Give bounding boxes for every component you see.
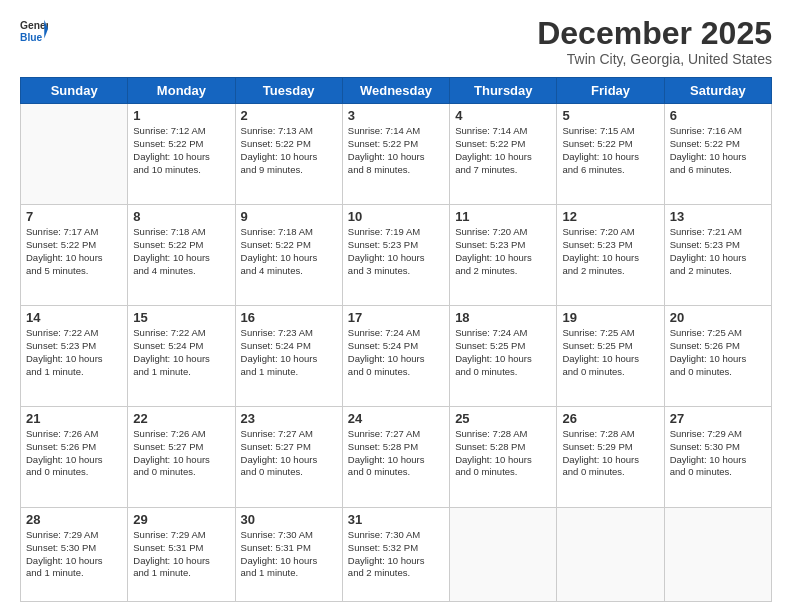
table-row: 1Sunrise: 7:12 AMSunset: 5:22 PMDaylight… [128, 104, 235, 205]
day-info: Sunrise: 7:18 AMSunset: 5:22 PMDaylight:… [241, 226, 337, 277]
day-number: 30 [241, 512, 337, 527]
day-number: 9 [241, 209, 337, 224]
table-row: 3Sunrise: 7:14 AMSunset: 5:22 PMDaylight… [342, 104, 449, 205]
day-info: Sunrise: 7:19 AMSunset: 5:23 PMDaylight:… [348, 226, 444, 277]
table-row: 9Sunrise: 7:18 AMSunset: 5:22 PMDaylight… [235, 205, 342, 306]
day-info: Sunrise: 7:27 AMSunset: 5:28 PMDaylight:… [348, 428, 444, 479]
calendar-table: Sunday Monday Tuesday Wednesday Thursday… [20, 77, 772, 602]
col-wednesday: Wednesday [342, 78, 449, 104]
table-row [557, 507, 664, 601]
day-info: Sunrise: 7:29 AMSunset: 5:30 PMDaylight:… [26, 529, 122, 580]
col-thursday: Thursday [450, 78, 557, 104]
header: General Blue December 2025 Twin City, Ge… [20, 16, 772, 67]
day-info: Sunrise: 7:26 AMSunset: 5:26 PMDaylight:… [26, 428, 122, 479]
day-number: 2 [241, 108, 337, 123]
day-number: 12 [562, 209, 658, 224]
table-row [21, 104, 128, 205]
table-row: 26Sunrise: 7:28 AMSunset: 5:29 PMDayligh… [557, 407, 664, 508]
day-info: Sunrise: 7:23 AMSunset: 5:24 PMDaylight:… [241, 327, 337, 378]
table-row: 17Sunrise: 7:24 AMSunset: 5:24 PMDayligh… [342, 306, 449, 407]
day-number: 4 [455, 108, 551, 123]
table-row: 30Sunrise: 7:30 AMSunset: 5:31 PMDayligh… [235, 507, 342, 601]
day-number: 6 [670, 108, 766, 123]
col-sunday: Sunday [21, 78, 128, 104]
day-number: 15 [133, 310, 229, 325]
day-number: 26 [562, 411, 658, 426]
day-info: Sunrise: 7:12 AMSunset: 5:22 PMDaylight:… [133, 125, 229, 176]
day-info: Sunrise: 7:27 AMSunset: 5:27 PMDaylight:… [241, 428, 337, 479]
day-number: 21 [26, 411, 122, 426]
day-number: 5 [562, 108, 658, 123]
table-row: 29Sunrise: 7:29 AMSunset: 5:31 PMDayligh… [128, 507, 235, 601]
location: Twin City, Georgia, United States [537, 51, 772, 67]
logo-icon: General Blue [20, 16, 48, 44]
day-info: Sunrise: 7:17 AMSunset: 5:22 PMDaylight:… [26, 226, 122, 277]
table-row: 6Sunrise: 7:16 AMSunset: 5:22 PMDaylight… [664, 104, 771, 205]
table-row: 15Sunrise: 7:22 AMSunset: 5:24 PMDayligh… [128, 306, 235, 407]
day-info: Sunrise: 7:25 AMSunset: 5:26 PMDaylight:… [670, 327, 766, 378]
table-row: 27Sunrise: 7:29 AMSunset: 5:30 PMDayligh… [664, 407, 771, 508]
table-row: 20Sunrise: 7:25 AMSunset: 5:26 PMDayligh… [664, 306, 771, 407]
day-number: 8 [133, 209, 229, 224]
day-number: 1 [133, 108, 229, 123]
table-row: 24Sunrise: 7:27 AMSunset: 5:28 PMDayligh… [342, 407, 449, 508]
table-row: 19Sunrise: 7:25 AMSunset: 5:25 PMDayligh… [557, 306, 664, 407]
svg-text:Blue: Blue [20, 32, 43, 43]
table-row: 16Sunrise: 7:23 AMSunset: 5:24 PMDayligh… [235, 306, 342, 407]
logo: General Blue [20, 16, 48, 44]
title-block: December 2025 Twin City, Georgia, United… [537, 16, 772, 67]
day-number: 13 [670, 209, 766, 224]
calendar-header-row: Sunday Monday Tuesday Wednesday Thursday… [21, 78, 772, 104]
table-row: 21Sunrise: 7:26 AMSunset: 5:26 PMDayligh… [21, 407, 128, 508]
table-row [664, 507, 771, 601]
day-number: 11 [455, 209, 551, 224]
day-number: 29 [133, 512, 229, 527]
table-row: 25Sunrise: 7:28 AMSunset: 5:28 PMDayligh… [450, 407, 557, 508]
day-number: 14 [26, 310, 122, 325]
day-number: 10 [348, 209, 444, 224]
day-number: 25 [455, 411, 551, 426]
col-saturday: Saturday [664, 78, 771, 104]
day-number: 31 [348, 512, 444, 527]
day-number: 27 [670, 411, 766, 426]
day-info: Sunrise: 7:18 AMSunset: 5:22 PMDaylight:… [133, 226, 229, 277]
table-row: 28Sunrise: 7:29 AMSunset: 5:30 PMDayligh… [21, 507, 128, 601]
day-info: Sunrise: 7:29 AMSunset: 5:31 PMDaylight:… [133, 529, 229, 580]
col-monday: Monday [128, 78, 235, 104]
day-number: 18 [455, 310, 551, 325]
day-number: 19 [562, 310, 658, 325]
day-info: Sunrise: 7:16 AMSunset: 5:22 PMDaylight:… [670, 125, 766, 176]
day-info: Sunrise: 7:13 AMSunset: 5:22 PMDaylight:… [241, 125, 337, 176]
day-info: Sunrise: 7:28 AMSunset: 5:28 PMDaylight:… [455, 428, 551, 479]
day-number: 24 [348, 411, 444, 426]
table-row: 10Sunrise: 7:19 AMSunset: 5:23 PMDayligh… [342, 205, 449, 306]
day-info: Sunrise: 7:25 AMSunset: 5:25 PMDaylight:… [562, 327, 658, 378]
day-info: Sunrise: 7:30 AMSunset: 5:32 PMDaylight:… [348, 529, 444, 580]
month-title: December 2025 [537, 16, 772, 51]
day-number: 16 [241, 310, 337, 325]
day-number: 20 [670, 310, 766, 325]
table-row: 11Sunrise: 7:20 AMSunset: 5:23 PMDayligh… [450, 205, 557, 306]
day-info: Sunrise: 7:22 AMSunset: 5:23 PMDaylight:… [26, 327, 122, 378]
day-number: 23 [241, 411, 337, 426]
table-row: 22Sunrise: 7:26 AMSunset: 5:27 PMDayligh… [128, 407, 235, 508]
day-number: 17 [348, 310, 444, 325]
day-info: Sunrise: 7:21 AMSunset: 5:23 PMDaylight:… [670, 226, 766, 277]
day-number: 22 [133, 411, 229, 426]
table-row: 31Sunrise: 7:30 AMSunset: 5:32 PMDayligh… [342, 507, 449, 601]
table-row: 18Sunrise: 7:24 AMSunset: 5:25 PMDayligh… [450, 306, 557, 407]
day-info: Sunrise: 7:24 AMSunset: 5:25 PMDaylight:… [455, 327, 551, 378]
day-info: Sunrise: 7:24 AMSunset: 5:24 PMDaylight:… [348, 327, 444, 378]
table-row: 8Sunrise: 7:18 AMSunset: 5:22 PMDaylight… [128, 205, 235, 306]
day-info: Sunrise: 7:26 AMSunset: 5:27 PMDaylight:… [133, 428, 229, 479]
svg-text:General: General [20, 20, 48, 31]
table-row: 14Sunrise: 7:22 AMSunset: 5:23 PMDayligh… [21, 306, 128, 407]
table-row: 7Sunrise: 7:17 AMSunset: 5:22 PMDaylight… [21, 205, 128, 306]
day-info: Sunrise: 7:20 AMSunset: 5:23 PMDaylight:… [455, 226, 551, 277]
day-info: Sunrise: 7:15 AMSunset: 5:22 PMDaylight:… [562, 125, 658, 176]
day-info: Sunrise: 7:30 AMSunset: 5:31 PMDaylight:… [241, 529, 337, 580]
day-info: Sunrise: 7:14 AMSunset: 5:22 PMDaylight:… [348, 125, 444, 176]
col-tuesday: Tuesday [235, 78, 342, 104]
page: General Blue December 2025 Twin City, Ge… [0, 0, 792, 612]
table-row: 2Sunrise: 7:13 AMSunset: 5:22 PMDaylight… [235, 104, 342, 205]
